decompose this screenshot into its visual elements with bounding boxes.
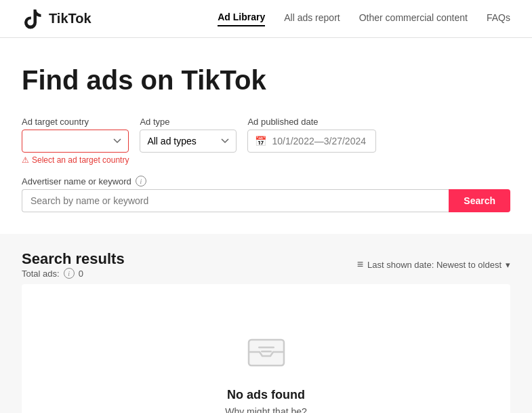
results-header: Search results Total ads: i 0 ≡ Last sho…: [22, 250, 510, 279]
warning-icon: ⚠: [22, 155, 29, 165]
sort-lines-icon: ≡: [357, 258, 363, 271]
page-title: Find ads on TikTok: [22, 65, 510, 95]
keyword-info-icon[interactable]: i: [136, 176, 146, 186]
logo-area: TikTok: [22, 8, 91, 30]
country-filter-group: Ad target country ⚠ Select an ad target …: [22, 117, 129, 165]
total-ads-count: 0: [79, 269, 83, 279]
keyword-label-row: Advertiser name or keyword i: [22, 176, 510, 186]
search-button[interactable]: Search: [449, 189, 510, 212]
nav-ad-library[interactable]: Ad Library: [218, 12, 265, 26]
nav-other-commercial[interactable]: Other commercial content: [359, 12, 468, 26]
country-select[interactable]: [22, 130, 129, 153]
results-section: Search results Total ads: i 0 ≡ Last sho…: [0, 234, 532, 413]
adtype-label: Ad type: [140, 117, 237, 127]
country-label: Ad target country: [22, 117, 129, 127]
results-title-area: Search results Total ads: i 0: [22, 250, 125, 279]
date-value: 10/1/2022—3/27/2024: [272, 136, 366, 146]
results-title: Search results: [22, 250, 125, 268]
sort-chevron-icon: ▾: [506, 260, 510, 270]
sort-control[interactable]: ≡ Last shown date: Newest to oldest ▾: [357, 258, 510, 271]
empty-state-icon: [242, 325, 291, 376]
country-error: ⚠ Select an ad target country: [22, 155, 129, 165]
date-label: Ad published date: [247, 117, 376, 127]
brand-name: TikTok: [49, 11, 91, 26]
svg-rect-2: [261, 351, 272, 353]
adtype-filter-group: Ad type All ad types TopView Brand Takeo…: [140, 117, 237, 153]
total-ads-label: Total ads:: [22, 269, 60, 279]
keyword-input[interactable]: [22, 189, 449, 212]
total-ads-row: Total ads: i 0: [22, 268, 125, 279]
empty-title: No ads found: [227, 388, 305, 402]
keyword-row: Search: [22, 189, 510, 212]
date-filter-group: Ad published date 📅 10/1/2022—3/27/2024: [247, 117, 376, 153]
hero-section: Find ads on TikTok Ad target country ⚠ S…: [0, 38, 532, 234]
date-input[interactable]: 📅 10/1/2022—3/27/2024: [247, 130, 376, 153]
nav-links: Ad Library All ads report Other commerci…: [218, 12, 510, 26]
navbar: TikTok Ad Library All ads report Other c…: [0, 0, 532, 38]
svg-rect-1: [258, 347, 274, 349]
filters-row: Ad target country ⚠ Select an ad target …: [22, 117, 510, 212]
keyword-filter-group: Advertiser name or keyword i Search: [22, 176, 510, 212]
tiktok-logo-icon: [22, 8, 43, 30]
nav-faqs[interactable]: FAQs: [487, 12, 510, 26]
empty-state: No ads found Why might that be? This adv…: [22, 284, 510, 413]
empty-subtitle: Why might that be?: [225, 406, 307, 413]
keyword-label: Advertiser name or keyword: [22, 176, 131, 186]
calendar-icon: 📅: [255, 136, 266, 146]
adtype-select[interactable]: All ad types TopView Brand Takeover In-F…: [140, 130, 237, 153]
sort-label: Last shown date: Newest to oldest: [367, 260, 502, 270]
total-info-icon[interactable]: i: [64, 268, 75, 279]
nav-all-ads-report[interactable]: All ads report: [284, 12, 340, 26]
